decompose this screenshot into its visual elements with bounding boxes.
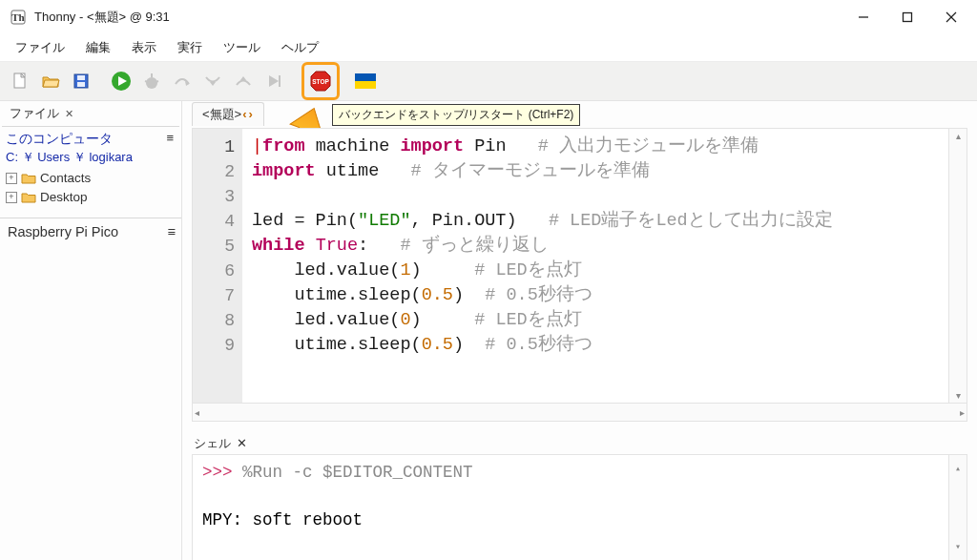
svg-marker-18 [240, 76, 246, 80]
menu-run[interactable]: 実行 [168, 36, 212, 59]
svg-line-14 [145, 81, 148, 82]
sidebar: ファイル ✕ このコンピュータ C: ￥ Users ￥ logikara ≡ … [0, 101, 182, 560]
open-file-button[interactable] [38, 69, 63, 93]
svg-rect-20 [279, 75, 281, 87]
menu-file[interactable]: ファイル [6, 36, 74, 59]
scroll-up-icon[interactable]: ▴ [955, 457, 961, 481]
menu-edit[interactable]: 編集 [76, 36, 120, 59]
chevron-right-icon: › [249, 107, 253, 121]
shell-vertical-scrollbar[interactable]: ▴▾ [948, 455, 967, 560]
scroll-down-icon[interactable]: ▾ [956, 390, 961, 401]
panel-menu-icon[interactable]: ≡ [168, 224, 176, 239]
close-icon[interactable]: ✕ [237, 436, 247, 450]
svg-text:Th: Th [11, 11, 24, 23]
files-panel-label: ファイル [10, 105, 59, 122]
minimize-button[interactable] [842, 0, 885, 34]
device-panel-header[interactable]: Raspberry Pi Pico ≡ [0, 218, 181, 239]
folder-icon [21, 191, 36, 203]
menu-bar: ファイル 編集 表示 実行 ツール ヘルプ [0, 34, 977, 61]
editor-vertical-scrollbar[interactable]: ▴▾ [948, 129, 967, 403]
file-tree[interactable]: このコンピュータ C: ￥ Users ￥ logikara ≡ + Conta… [0, 129, 181, 212]
shell-run-command: %Run -c $EDITOR_CONTENT [242, 463, 473, 482]
svg-rect-8 [77, 75, 85, 80]
editor-horizontal-scrollbar[interactable]: ◂▸ [192, 404, 967, 422]
editor-tab-label: 無題 [210, 107, 235, 121]
files-panel-tab[interactable]: ファイル ✕ [0, 101, 181, 126]
step-out-button[interactable] [231, 69, 256, 93]
run-button[interactable] [109, 69, 134, 93]
code-editor[interactable]: 123456789 |from machine import Pin # 入出力… [192, 128, 967, 404]
expand-icon[interactable]: + [6, 192, 17, 203]
svg-rect-3 [904, 13, 912, 22]
shell-panel-tab[interactable]: シェル ✕ [182, 429, 977, 454]
expand-icon[interactable]: + [6, 173, 17, 184]
editor-tab-untitled[interactable]: <無題>‹› [192, 102, 264, 126]
debug-button[interactable] [139, 69, 164, 93]
menu-view[interactable]: 表示 [122, 36, 166, 59]
svg-rect-24 [355, 81, 376, 89]
panel-menu-icon[interactable]: ≡ [166, 131, 174, 145]
scroll-up-icon[interactable]: ▴ [956, 131, 961, 141]
tree-node-desktop[interactable]: + Desktop [6, 190, 176, 204]
maximize-button[interactable] [885, 0, 929, 34]
scroll-down-icon[interactable]: ▾ [955, 535, 961, 559]
shell-panel[interactable]: >>> %Run -c $EDITOR_CONTENT MPY: soft re… [192, 454, 967, 560]
svg-marker-19 [269, 75, 279, 87]
scroll-left-icon[interactable]: ◂ [195, 407, 199, 418]
close-icon[interactable]: ✕ [65, 108, 73, 120]
line-gutter: 123456789 [193, 129, 242, 403]
stop-restart-button[interactable]: STOP [301, 62, 340, 100]
stop-tooltip: バックエンドをストップ/リスタート (Ctrl+F2) [332, 104, 580, 126]
new-file-button[interactable] [8, 69, 32, 93]
toolbar: STOP [0, 61, 977, 101]
scroll-right-icon[interactable]: ▸ [960, 407, 965, 418]
resume-button[interactable] [261, 69, 286, 93]
shell-panel-label: シェル [194, 435, 231, 452]
ukraine-flag-icon [355, 73, 376, 89]
shell-prompt: >>> [202, 463, 242, 482]
save-file-button[interactable] [69, 69, 94, 93]
step-into-button[interactable] [200, 69, 225, 93]
title-bar: Th Thonny - <無題> @ 9:31 [0, 0, 977, 34]
menu-help[interactable]: ヘルプ [272, 36, 328, 59]
window-title: Thonny - <無題> @ 9:31 [34, 9, 170, 26]
device-panel-label: Raspberry Pi Pico [8, 224, 118, 239]
tree-node-contacts[interactable]: + Contacts [6, 171, 176, 185]
folder-icon [21, 172, 36, 184]
menu-tools[interactable]: ツール [214, 36, 270, 59]
tree-node-label: Contacts [40, 171, 91, 185]
step-over-button[interactable] [170, 69, 195, 93]
tree-node-label: Desktop [40, 190, 88, 204]
chevron-left-icon: ‹ [242, 107, 246, 121]
svg-point-12 [146, 77, 157, 89]
shell-output-line: MPY: soft reboot [202, 510, 363, 529]
code-content[interactable]: |from machine import Pin # 入出力モジュールを準備 i… [242, 129, 967, 403]
app-icon: Th [10, 9, 27, 26]
svg-rect-23 [355, 73, 376, 81]
root-path[interactable]: C: ￥ Users ￥ logikara [6, 149, 133, 166]
stop-icon: STOP [309, 70, 332, 93]
close-button[interactable] [929, 0, 973, 34]
svg-text:STOP: STOP [312, 78, 329, 85]
svg-line-15 [156, 81, 158, 82]
svg-rect-9 [77, 82, 85, 87]
svg-marker-17 [210, 82, 216, 86]
root-computer-label[interactable]: このコンピュータ [6, 131, 133, 148]
